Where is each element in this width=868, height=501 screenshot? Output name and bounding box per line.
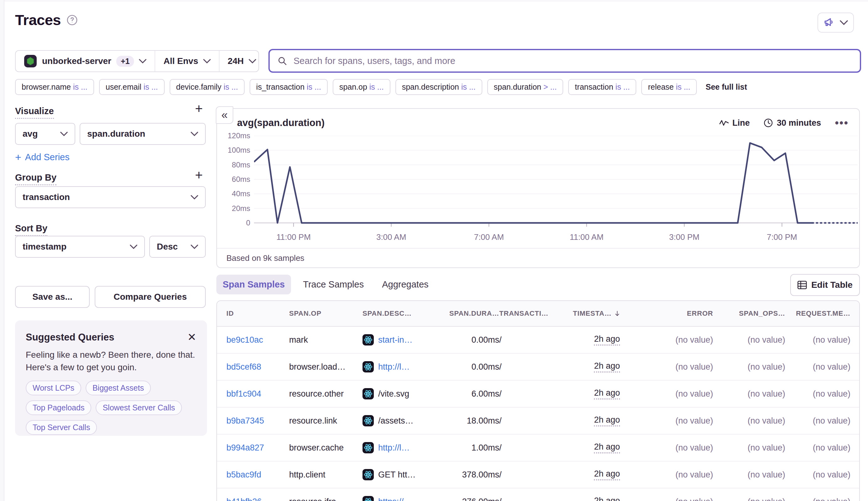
tab-aggregates[interactable]: Aggregates xyxy=(376,275,435,295)
chart-title: avg(span.duration) xyxy=(237,117,325,129)
cell-transaction: / xyxy=(499,443,573,453)
column-header-request_method[interactable]: REQUEST.ME… xyxy=(785,309,850,318)
suggested-query-pill[interactable]: Slowest Server Calls xyxy=(96,401,182,415)
cell-value: / xyxy=(499,362,502,372)
cell-transaction: / xyxy=(499,497,573,501)
search-bar[interactable] xyxy=(268,49,861,73)
x-axis-tick-label: 11:00 PM xyxy=(276,232,310,242)
column-header-transaction[interactable]: TRANSACTI… xyxy=(499,309,573,318)
column-header-label: TRANSACTI… xyxy=(499,309,549,318)
sort-field-select[interactable]: timestamp xyxy=(15,236,145,258)
compare-queries-button[interactable]: Compare Queries xyxy=(95,286,206,308)
filter-chip-transaction[interactable]: transaction is ... xyxy=(568,79,636,95)
column-header-span_op[interactable]: SPAN.OP xyxy=(289,309,362,318)
page-title: Traces xyxy=(15,11,61,29)
x-axis-tick-label: 7:00 PM xyxy=(767,232,797,242)
collapsed-nav-strip xyxy=(0,0,4,501)
see-full-list-button[interactable]: See full list xyxy=(702,79,751,94)
save-as-button[interactable]: Save as... xyxy=(15,286,90,308)
project-icon xyxy=(24,55,37,68)
suggested-query-pill[interactable]: Top Pageloads xyxy=(26,401,91,415)
cell-id: bd5cef68 xyxy=(226,362,289,372)
filter-chips-row: browser.name is ...user.email is ...devi… xyxy=(15,79,751,95)
group-by-select[interactable]: transaction xyxy=(15,186,206,208)
add-group-by-button[interactable]: + xyxy=(195,169,203,182)
field-value: span.duration xyxy=(87,129,145,139)
environment-selector[interactable]: All Envs xyxy=(155,51,219,72)
collapse-icon[interactable]: « xyxy=(216,106,233,124)
megaphone-icon xyxy=(824,17,835,28)
cell-value: 378.00ms xyxy=(462,470,499,480)
cell-span_duration: 0.00ms xyxy=(436,362,499,372)
sort-by-heading: Sort By xyxy=(15,223,47,236)
help-icon[interactable] xyxy=(66,14,78,26)
field-select[interactable]: span.duration xyxy=(80,123,206,145)
edit-table-button[interactable]: Edit Table xyxy=(790,274,860,296)
filter-chip-is_transaction[interactable]: is_transaction is ... xyxy=(250,79,328,95)
column-header-span_duration[interactable]: SPAN.DURA… xyxy=(436,309,499,318)
cell-span_op: http.client xyxy=(289,470,362,480)
cell-span_ops: (no value) xyxy=(713,335,785,345)
span-description-link[interactable]: start-in… xyxy=(378,335,413,345)
span-description-link[interactable]: http://l… xyxy=(378,362,410,372)
add-series-button[interactable]: + Add Series xyxy=(15,151,70,163)
filter-chip-user.email[interactable]: user.email is ... xyxy=(99,79,165,95)
cell-span_desc: /vite.svg xyxy=(362,388,436,399)
filter-chip-span.op[interactable]: span.op is ... xyxy=(333,79,390,95)
span-id-link[interactable]: bd5cef68 xyxy=(226,362,261,372)
span-id-link[interactable]: be9c10ac xyxy=(226,335,263,345)
column-header-timestamp[interactable]: TIMESTA… xyxy=(573,309,620,318)
column-header-id[interactable]: ID xyxy=(226,309,289,318)
span-id-link[interactable]: b9ba7345 xyxy=(226,416,264,426)
span-description-link[interactable]: https://… xyxy=(378,497,412,501)
sort-direction-select[interactable]: Desc xyxy=(149,236,206,258)
span-id-link[interactable]: b5bac9fd xyxy=(226,470,261,480)
column-header-error[interactable]: ERROR xyxy=(620,309,713,318)
close-icon[interactable]: ✕ xyxy=(188,332,197,342)
tab-span-samples[interactable]: Span Samples xyxy=(216,275,291,295)
cell-value: 1.00ms xyxy=(471,443,499,453)
edit-table-label: Edit Table xyxy=(811,280,853,290)
filter-chip-release[interactable]: release is ... xyxy=(641,79,697,95)
cell-error: (no value) xyxy=(620,497,713,501)
feedback-button[interactable] xyxy=(817,12,854,33)
cell-error: (no value) xyxy=(620,335,713,345)
column-header-label: SPAN.DESC… xyxy=(362,309,412,318)
cell-id: b994a827 xyxy=(226,443,289,453)
time-range-selector[interactable]: 24H xyxy=(219,51,264,72)
suggested-query-pill[interactable]: Top Server Calls xyxy=(26,420,97,435)
table-row: b5bac9fdhttp.clientGET htt…378.00ms/2h a… xyxy=(217,461,859,489)
cell-span_ops: (no value) xyxy=(713,389,785,399)
span-id-link[interactable]: b994a827 xyxy=(226,443,264,453)
add-visualize-button[interactable]: + xyxy=(195,102,203,115)
suggested-query-pill[interactable]: Biggest Assets xyxy=(86,381,151,395)
interval-control[interactable]: 30 minutes xyxy=(764,118,821,128)
column-header-label: ID xyxy=(226,309,234,318)
relative-timestamp: 2h ago xyxy=(594,496,620,501)
filter-chip-device.family[interactable]: device.family is ... xyxy=(170,79,245,95)
overflow-icon[interactable]: ••• xyxy=(835,116,849,129)
chart-plot-area[interactable] xyxy=(254,136,858,227)
project-name: unborked-server xyxy=(42,56,111,66)
cell-span_ops: (no value) xyxy=(713,416,785,426)
cell-value: (no value) xyxy=(748,497,785,501)
aggregate-select[interactable]: avg xyxy=(15,123,75,145)
tab-trace-samples[interactable]: Trace Samples xyxy=(297,275,370,295)
column-header-span_ops[interactable]: SPAN_OPS… xyxy=(713,309,785,318)
column-header-span_desc[interactable]: SPAN.DESC… xyxy=(362,309,436,318)
filter-chip-browser.name[interactable]: browser.name is ... xyxy=(15,79,94,95)
chevron-down-icon xyxy=(130,245,137,249)
cell-request_method: (no value) xyxy=(785,470,850,480)
project-selector[interactable]: unborked-server +1 xyxy=(16,51,155,72)
search-input[interactable] xyxy=(293,55,852,66)
suggested-query-pill[interactable]: Worst LCPs xyxy=(26,381,81,395)
filter-chip-span.description[interactable]: span.description is ... xyxy=(395,79,482,95)
cell-value: (no value) xyxy=(676,416,713,426)
chart-type-control[interactable]: Line xyxy=(719,118,750,128)
span-id-link[interactable]: bbf1c904 xyxy=(226,389,261,399)
filter-chip-span.duration[interactable]: span.duration > ... xyxy=(487,79,563,95)
span-description-link[interactable]: http://l… xyxy=(378,443,410,453)
y-axis-tick-label: 100ms xyxy=(227,146,250,154)
span-id-link[interactable]: b41bfb26 xyxy=(226,497,262,501)
cell-request_method: (no value) xyxy=(785,362,850,372)
